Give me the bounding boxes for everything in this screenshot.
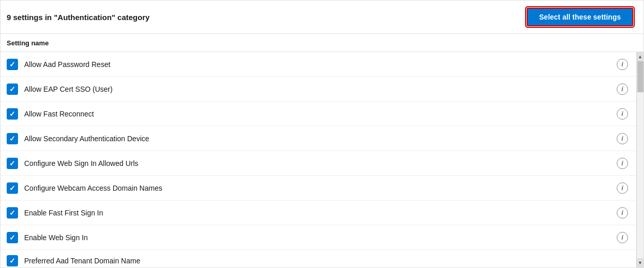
category-title: 9 settings in "Authentication" category [7, 13, 150, 22]
checkbox-configure-web-sign[interactable]: ✓ [7, 158, 18, 169]
table-row: ✓ Allow Aad Password Reset i [1, 52, 636, 77]
table-row: ✓ Allow EAP Cert SSO (User) i [1, 77, 636, 102]
checkbox-allow-aad[interactable]: ✓ [7, 59, 18, 70]
scroll-down-arrow[interactable]: ▼ [637, 258, 644, 267]
main-container: 9 settings in "Authentication" category … [0, 0, 644, 268]
checkbox-preferred-aad[interactable]: ✓ [7, 255, 18, 266]
info-icon[interactable]: i [617, 133, 628, 144]
info-icon[interactable]: i [617, 207, 628, 219]
checkbox-allow-secondary[interactable]: ✓ [7, 133, 18, 144]
scrollbar[interactable]: ▲ ▼ [636, 52, 643, 267]
setting-label: Enable Fast First Sign In [24, 209, 103, 217]
setting-label: Configure Webcam Access Domain Names [24, 184, 162, 192]
check-icon: ✓ [9, 257, 15, 264]
setting-label: Enable Web Sign In [24, 233, 88, 242]
setting-label: Allow Secondary Authentication Device [24, 135, 149, 143]
select-all-button[interactable]: Select all these settings [527, 8, 633, 26]
setting-label: Allow EAP Cert SSO (User) [24, 85, 113, 93]
setting-label: Configure Web Sign In Allowed Urls [24, 159, 138, 167]
check-icon: ✓ [9, 160, 15, 167]
table-row: ✓ Enable Fast First Sign In i [1, 200, 636, 225]
settings-list: ✓ Allow Aad Password Reset i ✓ Allow EAP… [1, 52, 636, 267]
setting-label: Preferred Aad Tenant Domain Name [24, 257, 140, 265]
check-icon: ✓ [9, 110, 15, 118]
settings-list-wrapper: ✓ Allow Aad Password Reset i ✓ Allow EAP… [1, 52, 643, 267]
scroll-track [637, 61, 644, 258]
scroll-thumb[interactable] [637, 61, 643, 92]
checkbox-enable-web-sign[interactable]: ✓ [7, 232, 18, 243]
checkbox-configure-webcam[interactable]: ✓ [7, 182, 18, 194]
checkbox-enable-fast-sign[interactable]: ✓ [7, 207, 18, 219]
table-row: ✓ Preferred Aad Tenant Domain Name [1, 250, 636, 267]
check-icon: ✓ [9, 135, 15, 142]
info-icon[interactable]: i [617, 108, 628, 120]
scroll-up-arrow[interactable]: ▲ [637, 52, 644, 61]
column-header-row: Setting name [1, 34, 643, 52]
table-row: ✓ Configure Web Sign In Allowed Urls i [1, 151, 636, 176]
check-icon: ✓ [9, 86, 15, 93]
info-icon[interactable]: i [617, 83, 628, 95]
check-icon: ✓ [9, 61, 15, 68]
info-icon[interactable]: i [617, 158, 628, 169]
info-icon[interactable]: i [617, 232, 628, 243]
checkbox-allow-eap[interactable]: ✓ [7, 83, 18, 95]
info-icon[interactable]: i [617, 182, 628, 194]
header-row: 9 settings in "Authentication" category … [1, 1, 643, 34]
table-row: ✓ Allow Secondary Authentication Device … [1, 126, 636, 151]
table-row: ✓ Allow Fast Reconnect i [1, 102, 636, 126]
check-icon: ✓ [9, 209, 15, 216]
table-row: ✓ Configure Webcam Access Domain Names i [1, 176, 636, 200]
info-icon[interactable]: i [617, 59, 628, 70]
setting-name-column-header: Setting name [7, 39, 49, 47]
check-icon: ✓ [9, 234, 15, 241]
checkbox-allow-fast[interactable]: ✓ [7, 108, 18, 120]
table-row: ✓ Enable Web Sign In i [1, 225, 636, 250]
check-icon: ✓ [9, 185, 15, 192]
setting-label: Allow Aad Password Reset [24, 60, 110, 69]
setting-label: Allow Fast Reconnect [24, 110, 94, 118]
